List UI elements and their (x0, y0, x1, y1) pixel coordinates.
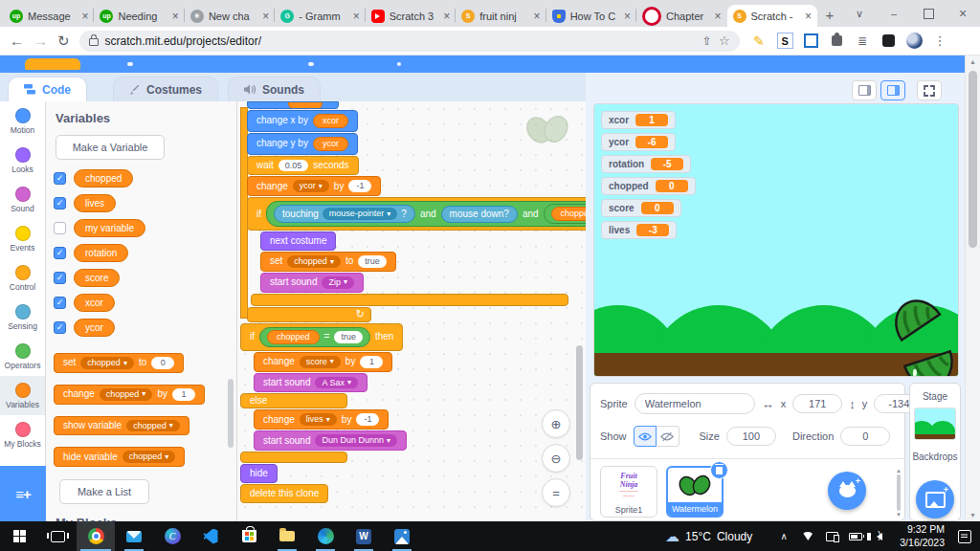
script-block[interactable]: hide (240, 464, 278, 483)
script-block[interactable]: delete this clone (240, 484, 328, 503)
category-sensing[interactable]: Sensing (0, 298, 45, 337)
variable-block[interactable]: my variable (74, 219, 145, 237)
script-block[interactable]: changechoppedby1 (54, 385, 205, 405)
category-my-blocks[interactable]: My Blocks (0, 415, 45, 454)
block-input[interactable]: 0.05 (278, 160, 309, 172)
block-dropdown[interactable]: lives (300, 413, 337, 426)
taskbar-word-icon[interactable]: W (345, 521, 383, 551)
dark-extension-icon[interactable] (880, 33, 897, 49)
cast-icon[interactable] (824, 529, 839, 544)
category-looks[interactable]: Looks (0, 141, 45, 180)
screenshot-extension-icon[interactable] (803, 33, 819, 49)
block-input[interactable]: -1 (348, 180, 371, 192)
category-sound[interactable]: Sound (0, 180, 45, 219)
back-icon[interactable]: ← (10, 33, 24, 48)
variable-checkbox[interactable]: ✓ (54, 172, 66, 185)
start-button[interactable] (0, 521, 38, 551)
tab-close-icon[interactable]: × (624, 11, 631, 22)
script-block[interactable]: start soundA Sax (254, 373, 368, 393)
taskbar-mail-icon[interactable] (115, 521, 153, 551)
show-sprite-button[interactable] (634, 426, 657, 447)
maximize-icon[interactable] (911, 0, 946, 27)
variable-monitor[interactable]: xcor1 (601, 111, 676, 129)
battery-icon[interactable] (848, 529, 863, 544)
script-block[interactable]: changeycorby-1 (247, 176, 381, 196)
browser-tab[interactable]: upMessage× (4, 5, 94, 27)
small-stage-button[interactable] (852, 80, 877, 100)
block-dropdown[interactable]: chopped (126, 420, 180, 432)
variable-checkbox[interactable]: ✓ (54, 197, 66, 209)
script-block[interactable]: change y byycor (247, 133, 358, 155)
variable-block[interactable]: lives (74, 194, 116, 212)
taskbar-clock[interactable]: 9:32 PM 3/16/2023 (900, 523, 945, 548)
variable-checkbox[interactable]: ✓ (54, 247, 66, 259)
variable-checkbox[interactable]: ✓ (54, 297, 66, 309)
taskbar-edge-icon[interactable] (306, 521, 345, 551)
variable-checkbox[interactable]: ✓ (54, 272, 66, 284)
make-list-button[interactable]: Make a List (59, 479, 149, 504)
large-stage-button[interactable] (880, 80, 905, 100)
block-input[interactable]: 1 (172, 388, 195, 401)
taskbar-store-icon[interactable] (230, 521, 268, 551)
add-sprite-button[interactable]: + (828, 472, 866, 510)
block-dropdown[interactable]: Zip (322, 276, 354, 289)
script-block[interactable]: change x byxcor (247, 110, 358, 132)
variable-monitor[interactable]: ycor-6 (601, 133, 676, 151)
variable-monitor[interactable]: score0 (601, 199, 681, 217)
script-block[interactable]: next costume (260, 231, 336, 251)
scroll-up-icon[interactable]: ▲ (966, 58, 980, 65)
browser-tab[interactable]: ✳New cha× (185, 5, 275, 27)
taskbar-vscode-icon[interactable] (191, 521, 230, 551)
variable-monitor[interactable]: lives-3 (601, 221, 677, 239)
weather-widget[interactable]: ☁ 15°C Cloudy (665, 529, 752, 543)
script-block[interactable]: start soundZip (260, 273, 364, 293)
browser-menu-icon[interactable]: ⋮ (932, 33, 948, 49)
script-block[interactable]: wait0.05seconds (247, 156, 359, 176)
block-dropdown[interactable]: ycor (293, 180, 329, 192)
category-operators[interactable]: Operators (0, 337, 45, 376)
variable-block[interactable]: rotation (74, 244, 128, 262)
s-extension-icon[interactable]: S (777, 33, 793, 49)
browser-tab[interactable]: Sfruit ninj× (456, 5, 546, 27)
variable-checkbox[interactable] (54, 222, 66, 234)
scroll-down-icon[interactable]: ▼ (896, 512, 902, 518)
hide-sprite-button[interactable] (657, 426, 679, 447)
tab-sounds[interactable]: Sounds (228, 77, 321, 101)
block-dropdown[interactable]: chopped (100, 388, 153, 401)
script-block[interactable]: hide variablechopped (54, 447, 185, 467)
tab-search-icon[interactable]: ∨ (842, 0, 877, 27)
block-input[interactable]: true (334, 331, 363, 343)
url-text[interactable]: scratch.mit.edu/projects/editor/ (105, 34, 696, 48)
tab-close-icon[interactable]: × (805, 11, 812, 22)
taskbar-chrome-icon[interactable] (77, 521, 115, 551)
script-block[interactable]: changescoreby1 (254, 352, 392, 372)
block-dropdown[interactable]: mouse-pointer (323, 208, 398, 220)
variable-monitor[interactable]: chopped0 (601, 177, 696, 195)
block-dropdown[interactable]: chopped (287, 255, 341, 268)
block-dropdown[interactable]: A Sax (315, 377, 358, 389)
add-backdrop-button[interactable]: + (916, 480, 954, 518)
reload-icon[interactable]: ↻ (57, 33, 70, 48)
script-block[interactable]: start soundDun Dun Dunnn (254, 430, 407, 451)
browser-tab[interactable]: Scratch 3× (366, 5, 456, 27)
share-icon[interactable]: ⇧ (702, 34, 712, 48)
tray-chevron-icon[interactable]: ∧ (776, 529, 791, 544)
palette-scrollbar[interactable] (228, 379, 234, 448)
sprite-name-input[interactable] (635, 393, 755, 414)
block-dropdown[interactable]: score (300, 356, 341, 368)
fullscreen-button[interactable] (917, 80, 942, 100)
volume-icon[interactable] (872, 529, 887, 544)
reading-list-icon[interactable]: ≣ (855, 33, 871, 49)
block-input[interactable]: 0 (151, 357, 174, 369)
tab-close-icon[interactable]: × (534, 11, 541, 22)
notification-center-icon[interactable] (957, 529, 972, 544)
sprite-direction-field[interactable]: 0 (840, 427, 890, 446)
variable-block[interactable]: score (74, 269, 120, 287)
make-variable-button[interactable]: Make a Variable (56, 135, 165, 160)
browser-tab[interactable]: Chapter× (636, 5, 726, 27)
highlighter-extension-icon[interactable]: ✎ (751, 33, 768, 49)
bookmark-star-icon[interactable]: ☆ (719, 33, 730, 48)
taskbar-photos-icon[interactable] (383, 521, 421, 551)
scrollbar-thumb[interactable] (969, 71, 977, 248)
variable-block[interactable]: ycor (74, 319, 115, 337)
